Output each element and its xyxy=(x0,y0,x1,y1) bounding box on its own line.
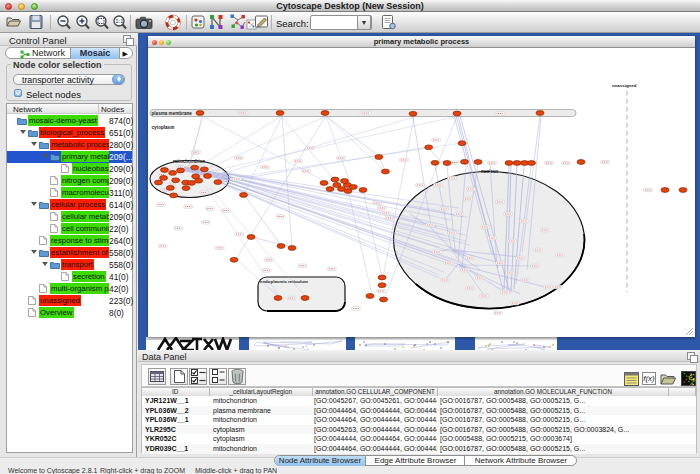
svg-text:plasma membrane: plasma membrane xyxy=(152,111,193,116)
svg-text:cytoplasm: cytoplasm xyxy=(152,125,175,130)
svg-text:unassigned: unassigned xyxy=(612,83,637,88)
svg-text:endoplasmic reticulum: endoplasmic reticulum xyxy=(260,279,308,284)
svg-text:1:1: 1:1 xyxy=(115,18,124,24)
svg-text:nucleus: nucleus xyxy=(481,169,499,174)
